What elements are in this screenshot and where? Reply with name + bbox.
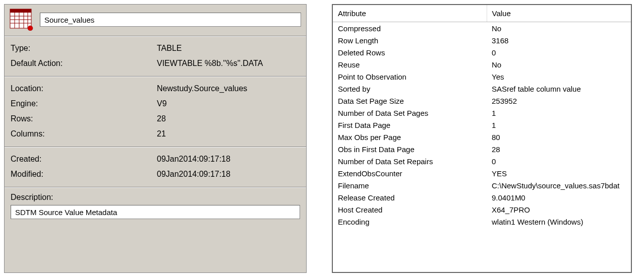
attr-cell: Compressed [333, 22, 487, 35]
value-cell: 28 [487, 143, 631, 155]
prop-row: Engine: V9 [11, 96, 300, 111]
prop-row: Modified: 09Jan2014:09:17:18 [11, 167, 300, 182]
prop-value: 09Jan2014:09:17:18 [157, 170, 300, 179]
prop-value: 21 [157, 129, 300, 138]
table-row[interactable]: Release Created9.0401M0 [333, 191, 631, 203]
value-cell: 1 [487, 107, 631, 119]
header-attribute[interactable]: Attribute [333, 5, 487, 22]
value-cell: 3168 [487, 34, 631, 46]
value-cell: 80 [487, 131, 631, 143]
description-input[interactable] [11, 205, 300, 219]
prop-value: Newstudy.Source_values [157, 84, 300, 93]
header-value[interactable]: Value [487, 5, 631, 22]
table-row[interactable]: First Data Page1 [333, 119, 631, 131]
attr-cell: ExtendObsCounter [333, 167, 487, 179]
svg-point-9 [28, 26, 33, 31]
attribute-table: Attribute Value CompressedNoRow Length31… [333, 5, 631, 228]
table-row[interactable]: FilenameC:\NewStudy\source_values.sas7bd… [333, 179, 631, 191]
attr-cell: Number of Data Set Repairs [333, 155, 487, 167]
prop-row: Location: Newstudy.Source_values [11, 81, 300, 96]
attr-cell: Release Created [333, 191, 487, 203]
value-cell: wlatin1 Western (Windows) [487, 216, 631, 228]
value-cell: Yes [487, 71, 631, 83]
value-cell: 0 [487, 46, 631, 58]
table-row[interactable]: Host CreatedX64_7PRO [333, 203, 631, 216]
table-row[interactable]: Data Set Page Size253952 [333, 95, 631, 107]
table-row[interactable]: Number of Data Set Pages1 [333, 107, 631, 119]
prop-row: Rows: 28 [11, 111, 300, 126]
attr-cell: Reuse [333, 58, 487, 71]
attribute-panel: Attribute Value CompressedNoRow Length31… [332, 4, 632, 273]
prop-label: Engine: [11, 99, 157, 108]
attribute-table-header: Attribute Value [333, 5, 631, 22]
value-cell: 0 [487, 155, 631, 167]
prop-label: Type: [11, 44, 157, 53]
prop-row: Columns: 21 [11, 126, 300, 142]
attr-cell: Encoding [333, 216, 487, 228]
properties-panel: Type: TABLE Default Action: VIEWTABLE %8… [4, 4, 307, 273]
value-cell: 253952 [487, 95, 631, 107]
table-icon [10, 9, 34, 31]
table-row[interactable]: Max Obs per Page80 [333, 131, 631, 143]
props-section-2: Location: Newstudy.Source_values Engine:… [5, 77, 306, 147]
prop-value: VIEWTABLE %8b.''%s''.DATA [157, 59, 300, 68]
prop-label: Created: [11, 155, 157, 164]
value-cell: 9.0401M0 [487, 191, 631, 203]
value-cell: YES [487, 167, 631, 179]
attr-cell: Data Set Page Size [333, 95, 487, 107]
attr-cell: Max Obs per Page [333, 131, 487, 143]
properties-header [5, 5, 306, 36]
attr-cell: Host Created [333, 203, 487, 216]
value-cell: SASref table column value [487, 83, 631, 95]
table-row[interactable]: Obs in First Data Page28 [333, 143, 631, 155]
prop-value: 09Jan2014:09:17:18 [157, 155, 300, 164]
table-row[interactable]: ExtendObsCounterYES [333, 167, 631, 179]
attr-cell: Row Length [333, 34, 487, 46]
prop-value: V9 [157, 99, 300, 108]
props-section-3: Created: 09Jan2014:09:17:18 Modified: 09… [5, 148, 306, 187]
value-cell: No [487, 22, 631, 35]
table-row[interactable]: Number of Data Set Repairs0 [333, 155, 631, 167]
prop-label: Location: [11, 84, 157, 93]
table-row[interactable]: Point to ObservationYes [333, 71, 631, 83]
prop-value: TABLE [157, 44, 300, 53]
value-cell: 1 [487, 119, 631, 131]
dataset-name-input[interactable] [40, 13, 301, 27]
prop-row: Default Action: VIEWTABLE %8b.''%s''.DAT… [11, 56, 300, 71]
prop-label: Default Action: [11, 59, 157, 68]
attr-cell: Point to Observation [333, 71, 487, 83]
prop-row: Created: 09Jan2014:09:17:18 [11, 152, 300, 167]
table-row[interactable]: Row Length3168 [333, 34, 631, 46]
attr-cell: Sorted by [333, 83, 487, 95]
value-cell: C:\NewStudy\source_values.sas7bdat [487, 179, 631, 191]
table-row[interactable]: Sorted bySASref table column value [333, 83, 631, 95]
table-row[interactable]: ReuseNo [333, 58, 631, 71]
table-row[interactable]: Deleted Rows0 [333, 46, 631, 58]
prop-label: Rows: [11, 114, 157, 123]
attr-cell: Number of Data Set Pages [333, 107, 487, 119]
prop-label: Modified: [11, 170, 157, 179]
attr-cell: Filename [333, 179, 487, 191]
svg-rect-1 [10, 9, 31, 13]
value-cell: X64_7PRO [487, 203, 631, 216]
attr-cell: First Data Page [333, 119, 487, 131]
value-cell: No [487, 58, 631, 71]
table-row[interactable]: Encodingwlatin1 Western (Windows) [333, 216, 631, 228]
props-section-1: Type: TABLE Default Action: VIEWTABLE %8… [5, 37, 306, 76]
prop-row: Type: TABLE [11, 41, 300, 56]
description-label: Description: [5, 188, 306, 205]
prop-label: Columns: [11, 129, 157, 138]
prop-value: 28 [157, 114, 300, 123]
attr-cell: Obs in First Data Page [333, 143, 487, 155]
table-row[interactable]: CompressedNo [333, 22, 631, 35]
attr-cell: Deleted Rows [333, 46, 487, 58]
